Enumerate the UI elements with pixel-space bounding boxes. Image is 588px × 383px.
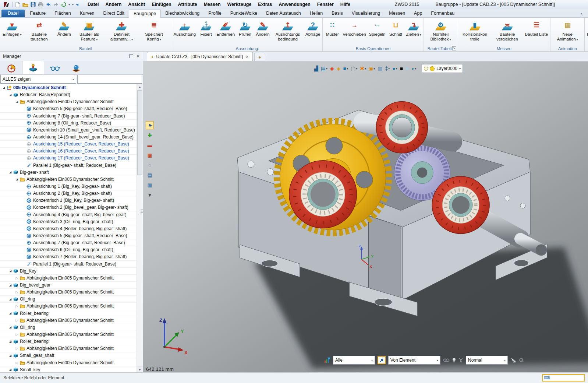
- ribbon-button-abfrage[interactable]: ?Abfrage: [304, 18, 322, 37]
- tree-row-abhängigkeiten-ein005-dynamischer-schnitt[interactable]: ◢Abhängigkeiten Ein005 Dynamischer Schni…: [0, 98, 137, 105]
- bearing-front[interactable]: [289, 161, 357, 228]
- collapse-left-icon[interactable]: ◀: [76, 3, 78, 6]
- ribbon-button-kollisionskon-trolle[interactable]: ▮Kollisionskon trolle: [459, 18, 491, 42]
- ribbon-tab-app[interactable]: App: [410, 10, 426, 17]
- material-icon[interactable]: ◗▾: [411, 65, 416, 72]
- tree-row-ausrichtung-15-reducer-cover-reducer-base[interactable]: Ausrichtung 15 (Reducer_Cover, Reducer_B…: [0, 141, 137, 148]
- ribbon-collapse-button[interactable]: ∧: [580, 12, 583, 17]
- command-input-box[interactable]: ⌨: [542, 374, 585, 382]
- ribbon-tab-basis[interactable]: Basis: [327, 10, 347, 17]
- open-file-icon[interactable]: [22, 1, 28, 8]
- ribbon-button-speichert-konfig[interactable]: ≣Speichert Konfig▾: [138, 18, 170, 42]
- layer-combo[interactable]: Layer0000 ▾: [422, 64, 463, 73]
- tree-expanded-icon[interactable]: ◢: [8, 326, 13, 329]
- manager-tab-visibility[interactable]: [44, 62, 65, 74]
- tree-expanded-icon[interactable]: ◢: [8, 171, 13, 174]
- tree-row-reducer-base-repariert[interactable]: ◢Reducer_Base(Repariert): [0, 91, 137, 98]
- pick-remove-tool[interactable]: ▬: [146, 141, 154, 149]
- tree-row-ausrichtung-8-oil-ring-reducer-base[interactable]: Ausrichtung 8 (Oil_ring, Reducer_Base): [0, 120, 137, 127]
- save-file-icon[interactable]: [31, 1, 36, 8]
- menu-extras[interactable]: Extras: [255, 2, 275, 7]
- pick-filter-list-icon[interactable]: ▤: [146, 171, 154, 179]
- menu-werkzeuge[interactable]: Werkzeuge: [224, 2, 255, 7]
- tree-expanded-icon[interactable]: ◢: [8, 340, 13, 343]
- ribbon-button-normteil-bibliothek[interactable]: ⚙Normteil Bibliothek▾: [425, 18, 457, 42]
- scroll-down-icon[interactable]: ▼: [137, 366, 143, 373]
- ribbon-tab-punktewolke[interactable]: PunkteWolke: [226, 10, 262, 17]
- tree-collapsed-icon[interactable]: ▷: [15, 290, 19, 294]
- tree-collapsed-icon[interactable]: ▷: [15, 276, 19, 280]
- ribbon-button-entfernen[interactable]: ✐Entfernen: [215, 18, 236, 37]
- ribbon-tab-formenbau[interactable]: Formenbau: [426, 10, 459, 17]
- ribbon-tab-messen[interactable]: Messen: [385, 10, 410, 17]
- tree-row-konzentrisch-10-small-gear-shaft-reducer-base[interactable]: Konzentrisch 10 (Small_gear_shaft, Reduc…: [0, 127, 137, 134]
- tree-row-abhängigkeiten-ein005-dynamischer-schnitt[interactable]: ▷Abhängigkeiten Ein005 Dynamischer Schni…: [0, 275, 137, 282]
- document-tab[interactable]: + Update CAD.Z3 - [005 Dynamischer Schni…: [147, 52, 253, 61]
- tree-expanded-icon[interactable]: ◢: [8, 93, 13, 96]
- ribbon-button-einfügen[interactable]: ▼Einfügen▾: [1, 18, 23, 37]
- tree-row-abhängigkeiten-ein005-dynamischer-schnitt[interactable]: ▷Abhängigkeiten Ein005 Dynamischer Schni…: [0, 303, 137, 310]
- tree-row-parallel-1-big-gear-shaft-reducer-base[interactable]: ∕∕Parallel 1 (Big-gear- shaft, Reducer_B…: [0, 261, 137, 268]
- menu-anwendungen[interactable]: Anwendungen: [276, 2, 314, 7]
- redo-icon[interactable]: [53, 1, 59, 8]
- pick-polygon-tool[interactable]: ◌: [146, 161, 154, 169]
- chain-link-icon[interactable]: [443, 356, 450, 364]
- tree-row-roller-bearing[interactable]: ◢Roller_bearing: [0, 338, 137, 345]
- selection-filter-icon[interactable]: [324, 356, 330, 364]
- ribbon-tab-heilen[interactable]: Heilen: [305, 10, 327, 17]
- tree-scrollbar[interactable]: ▲ ▼: [137, 84, 143, 373]
- panel-splitter[interactable]: [141, 206, 143, 216]
- tree-row-ausrichtung-2-big-key-big-gear-shaft[interactable]: Ausrichtung 2 (Big_Key, Big-gear- shaft): [0, 190, 137, 197]
- csys-icon[interactable]: ◈: [337, 65, 341, 72]
- ribbon-tab-flächen[interactable]: Flächen: [50, 10, 75, 17]
- menu-ansicht[interactable]: Ansicht: [125, 2, 148, 7]
- tree-row-abhängigkeiten-ein005-dynamischer-schnitt[interactable]: ▷Abhängigkeiten Ein005 Dynamischer Schni…: [0, 289, 137, 296]
- tree-row-konzentrisch-5-big-gear-shaft-reducer-base[interactable]: Konzentrisch 5 (Big-gear- shaft, Reducer…: [0, 232, 137, 239]
- tree-row-ausrichtung-14-small-bevel-gear-reducer-base[interactable]: Ausrichtung 14 (Small_bevel_gear, Reduce…: [0, 134, 137, 141]
- tree-row-small-gear-shaft[interactable]: ◢Small_gear_shaft: [0, 352, 137, 359]
- ribbon-button-ausrichtungs-bedingung[interactable]: ↥Ausrichtungs bedingung: [272, 18, 304, 42]
- customize-qat-caret[interactable]: ▾: [72, 3, 74, 6]
- tree-row-small-key[interactable]: ◢Small_key: [0, 366, 137, 373]
- ribbon-button-ausrichtung[interactable]: ↑Ausrichtung: [172, 18, 197, 37]
- ribbon-button-spiegeln[interactable]: ⇔Spiegeln: [368, 18, 387, 37]
- command-input[interactable]: [551, 375, 582, 380]
- tree-expanded-icon[interactable]: ◢: [15, 178, 19, 181]
- tree-collapsed-icon[interactable]: ▷: [15, 347, 19, 350]
- tree-row-konzentrisch-2-big-bevel-gear-big-gear-shaft[interactable]: Konzentrisch 2 (Big_bevel_gear, Big-gear…: [0, 204, 137, 211]
- tree-row-ausrichtung-7-big-gear-shaft-reducer-base[interactable]: Ausrichtung 7 (Big-gear- shaft, Reducer_…: [0, 239, 137, 246]
- zoom-window-icon[interactable]: ◉▾: [369, 65, 375, 72]
- ribbon-button-schnitt[interactable]: ⊔Schnitt: [387, 18, 404, 37]
- regenerate-dropdown-caret[interactable]: ▾: [68, 3, 70, 6]
- walkthrough-icon[interactable]: ▟: [314, 65, 318, 72]
- manager-restore-button[interactable]: [129, 55, 133, 58]
- manager-tab-assembly[interactable]: [22, 61, 44, 74]
- tree-expanded-icon[interactable]: ◢: [8, 368, 13, 371]
- tree-filter-combo[interactable]: ALLES zeigen ▾: [0, 75, 76, 84]
- transform-mode-combo[interactable]: Normal ▾: [466, 356, 508, 365]
- tree-row-005-dynamischer-schnitt[interactable]: ◢005 Dynamischer Schnitt: [0, 84, 137, 91]
- pick-arrow-tool[interactable]: ➤: [146, 121, 154, 129]
- tree-row-abhängigkeiten-ein005-dynamischer-schnitt[interactable]: ▷Abhängigkeiten Ein005 Dynamischer Schni…: [0, 317, 137, 324]
- app-logo-icon[interactable]: [4, 1, 9, 8]
- tree-row-ausrichtung-16-reducer-cover-reducer-base[interactable]: Ausrichtung 16 (Reducer_Cover, Reducer_B…: [0, 148, 137, 155]
- tree-row-big-key[interactable]: ◢Big_Key: [0, 268, 137, 275]
- manager-tab-history[interactable]: [1, 62, 22, 74]
- tree-expanded-icon[interactable]: ◢: [8, 354, 13, 357]
- ribbon-tab-feature[interactable]: Feature: [25, 10, 50, 17]
- tree-row-konzentrisch-4-roller-bearing-big-gear-shaft[interactable]: Konzentrisch 4 (Roller_bearing, Big-gear…: [0, 225, 137, 232]
- ribbon-button-ändern[interactable]: ✎Ändern: [254, 18, 272, 37]
- scroll-up-icon[interactable]: ▲: [137, 84, 143, 90]
- undo-icon[interactable]: [46, 1, 51, 8]
- ribbon-button-ziehen[interactable]: ↴Ziehen▾: [404, 18, 422, 37]
- tree-expanded-icon[interactable]: ◢: [8, 284, 13, 287]
- ribbon-tab-visualisierung[interactable]: Visualisierung: [347, 10, 385, 17]
- section-view-icon[interactable]: ‡▾: [385, 65, 390, 72]
- tree-collapsed-icon[interactable]: ▷: [15, 333, 19, 336]
- ribbon-button-bauteile-vergleichen[interactable]: ≍Bauteile vergleichen: [491, 18, 524, 42]
- tree-expanded-icon[interactable]: ◢: [8, 269, 13, 273]
- ribbon-tab-profile[interactable]: Profile: [204, 10, 226, 17]
- tree-row-big-bevel-gear[interactable]: ◢Big_bevel_gear: [0, 282, 137, 289]
- tree-row-big-gear-shaft[interactable]: ◢Big-gear- shaft: [0, 169, 137, 176]
- tree-row-oil-ring[interactable]: ◢Oil_ring: [0, 296, 137, 303]
